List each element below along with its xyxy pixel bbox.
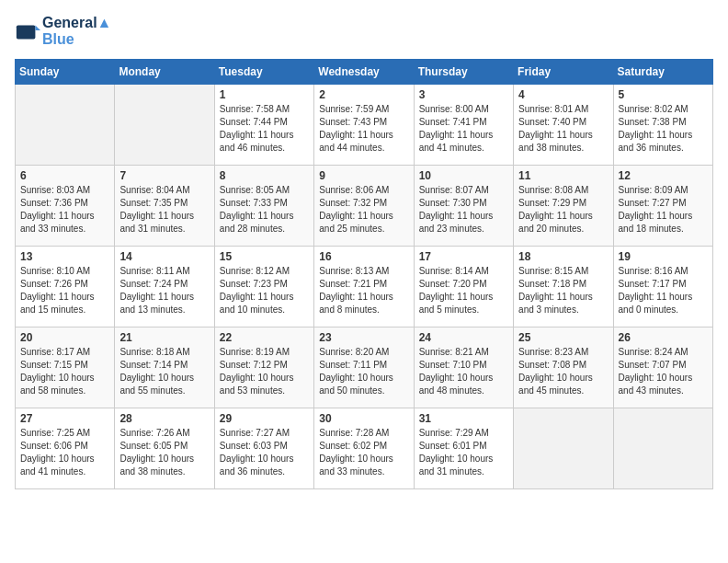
- day-cell: [613, 408, 712, 489]
- header-cell-friday: Friday: [514, 60, 613, 85]
- day-cell: 9Sunrise: 8:06 AM Sunset: 7:32 PM Daylig…: [314, 166, 414, 247]
- logo-line2: Blue: [42, 31, 111, 48]
- day-cell: 7Sunrise: 8:04 AM Sunset: 7:35 PM Daylig…: [115, 166, 214, 247]
- day-info: Sunrise: 8:20 AM Sunset: 7:11 PM Dayligh…: [319, 346, 408, 397]
- day-cell: 17Sunrise: 8:14 AM Sunset: 7:20 PM Dayli…: [414, 247, 513, 327]
- day-number: 28: [119, 412, 209, 425]
- day-number: 16: [319, 250, 408, 263]
- day-number: 11: [518, 169, 608, 182]
- header-cell-tuesday: Tuesday: [214, 60, 313, 85]
- day-info: Sunrise: 8:05 AM Sunset: 7:33 PM Dayligh…: [220, 184, 309, 236]
- week-row-5: 27Sunrise: 7:25 AM Sunset: 6:06 PM Dayli…: [16, 408, 713, 489]
- svg-rect-0: [17, 25, 36, 39]
- day-cell: 19Sunrise: 8:16 AM Sunset: 7:17 PM Dayli…: [613, 247, 712, 327]
- day-info: Sunrise: 7:59 AM Sunset: 7:43 PM Dayligh…: [319, 103, 408, 155]
- day-info: Sunrise: 8:10 AM Sunset: 7:26 PM Dayligh…: [20, 265, 109, 316]
- week-row-1: 1Sunrise: 7:58 AM Sunset: 7:44 PM Daylig…: [16, 85, 713, 166]
- day-cell: 12Sunrise: 8:09 AM Sunset: 7:27 PM Dayli…: [613, 166, 712, 247]
- day-number: 29: [220, 412, 309, 425]
- day-info: Sunrise: 8:14 AM Sunset: 7:20 PM Dayligh…: [419, 265, 508, 316]
- day-info: Sunrise: 8:15 AM Sunset: 7:18 PM Dayligh…: [518, 265, 608, 316]
- day-info: Sunrise: 8:19 AM Sunset: 7:12 PM Dayligh…: [220, 346, 309, 397]
- day-number: 25: [518, 331, 608, 344]
- day-info: Sunrise: 7:26 AM Sunset: 6:05 PM Dayligh…: [119, 427, 209, 478]
- day-info: Sunrise: 8:01 AM Sunset: 7:40 PM Dayligh…: [518, 103, 608, 155]
- day-number: 5: [619, 88, 708, 101]
- day-info: Sunrise: 8:09 AM Sunset: 7:27 PM Dayligh…: [619, 184, 708, 236]
- day-number: 19: [619, 250, 708, 263]
- day-info: Sunrise: 8:07 AM Sunset: 7:30 PM Dayligh…: [419, 184, 508, 236]
- day-cell: 3Sunrise: 8:00 AM Sunset: 7:41 PM Daylig…: [414, 85, 513, 166]
- day-info: Sunrise: 7:29 AM Sunset: 6:01 PM Dayligh…: [419, 427, 508, 478]
- day-number: 8: [220, 169, 309, 182]
- day-info: Sunrise: 8:17 AM Sunset: 7:15 PM Dayligh…: [20, 346, 109, 397]
- day-number: 9: [319, 169, 408, 182]
- header-cell-wednesday: Wednesday: [314, 60, 414, 85]
- day-info: Sunrise: 8:16 AM Sunset: 7:17 PM Dayligh…: [619, 265, 708, 316]
- day-number: 13: [20, 250, 109, 263]
- day-cell: 5Sunrise: 8:02 AM Sunset: 7:38 PM Daylig…: [613, 85, 712, 166]
- day-info: Sunrise: 8:12 AM Sunset: 7:23 PM Dayligh…: [220, 265, 309, 316]
- header-cell-saturday: Saturday: [613, 60, 712, 85]
- day-cell: [115, 85, 214, 166]
- day-number: 31: [419, 412, 508, 425]
- day-number: 24: [419, 331, 508, 344]
- day-number: 18: [518, 250, 608, 263]
- day-info: Sunrise: 7:25 AM Sunset: 6:06 PM Dayligh…: [20, 427, 109, 478]
- day-number: 30: [319, 412, 408, 425]
- day-number: 10: [419, 169, 508, 182]
- day-info: Sunrise: 8:24 AM Sunset: 7:07 PM Dayligh…: [619, 346, 708, 397]
- day-cell: 28Sunrise: 7:26 AM Sunset: 6:05 PM Dayli…: [115, 408, 214, 489]
- day-cell: 1Sunrise: 7:58 AM Sunset: 7:44 PM Daylig…: [214, 85, 313, 166]
- day-cell: 29Sunrise: 7:27 AM Sunset: 6:03 PM Dayli…: [214, 408, 313, 489]
- logo: General▲ Blue: [15, 15, 111, 48]
- day-number: 17: [419, 250, 508, 263]
- day-number: 1: [220, 88, 309, 101]
- day-number: 27: [20, 412, 109, 425]
- day-info: Sunrise: 8:00 AM Sunset: 7:41 PM Dayligh…: [419, 103, 508, 155]
- day-info: Sunrise: 8:23 AM Sunset: 7:08 PM Dayligh…: [518, 346, 608, 397]
- day-info: Sunrise: 7:28 AM Sunset: 6:02 PM Dayligh…: [319, 427, 408, 478]
- day-number: 6: [20, 169, 109, 182]
- day-info: Sunrise: 8:06 AM Sunset: 7:32 PM Dayligh…: [319, 184, 408, 236]
- calendar-table: SundayMondayTuesdayWednesdayThursdayFrid…: [15, 59, 713, 489]
- day-number: 4: [518, 88, 608, 101]
- day-info: Sunrise: 8:18 AM Sunset: 7:14 PM Dayligh…: [119, 346, 209, 397]
- header-cell-sunday: Sunday: [16, 60, 115, 85]
- day-cell: 15Sunrise: 8:12 AM Sunset: 7:23 PM Dayli…: [214, 247, 313, 327]
- day-cell: [514, 408, 613, 489]
- logo-icon: [15, 18, 40, 44]
- day-cell: 16Sunrise: 8:13 AM Sunset: 7:21 PM Dayli…: [314, 247, 414, 327]
- day-number: 7: [119, 169, 209, 182]
- day-cell: 26Sunrise: 8:24 AM Sunset: 7:07 PM Dayli…: [613, 327, 712, 408]
- day-cell: 4Sunrise: 8:01 AM Sunset: 7:40 PM Daylig…: [514, 85, 613, 166]
- day-info: Sunrise: 8:02 AM Sunset: 7:38 PM Dayligh…: [619, 103, 708, 155]
- header-cell-monday: Monday: [115, 60, 214, 85]
- day-info: Sunrise: 8:21 AM Sunset: 7:10 PM Dayligh…: [419, 346, 508, 397]
- day-cell: 2Sunrise: 7:59 AM Sunset: 7:43 PM Daylig…: [314, 85, 414, 166]
- day-number: 23: [319, 331, 408, 344]
- day-info: Sunrise: 8:04 AM Sunset: 7:35 PM Dayligh…: [119, 184, 209, 236]
- day-number: 26: [619, 331, 708, 344]
- day-info: Sunrise: 8:03 AM Sunset: 7:36 PM Dayligh…: [20, 184, 109, 236]
- day-cell: 23Sunrise: 8:20 AM Sunset: 7:11 PM Dayli…: [314, 327, 414, 408]
- day-cell: 13Sunrise: 8:10 AM Sunset: 7:26 PM Dayli…: [16, 247, 115, 327]
- day-number: 20: [20, 331, 109, 344]
- day-number: 21: [119, 331, 209, 344]
- day-cell: 18Sunrise: 8:15 AM Sunset: 7:18 PM Dayli…: [514, 247, 613, 327]
- day-number: 15: [220, 250, 309, 263]
- day-info: Sunrise: 8:13 AM Sunset: 7:21 PM Dayligh…: [319, 265, 408, 316]
- day-info: Sunrise: 7:58 AM Sunset: 7:44 PM Dayligh…: [220, 103, 309, 155]
- svg-marker-1: [35, 25, 40, 30]
- day-cell: 8Sunrise: 8:05 AM Sunset: 7:33 PM Daylig…: [214, 166, 313, 247]
- day-number: 14: [119, 250, 209, 263]
- logo-line1: General▲: [42, 15, 111, 31]
- day-cell: 21Sunrise: 8:18 AM Sunset: 7:14 PM Dayli…: [115, 327, 214, 408]
- day-number: 22: [220, 331, 309, 344]
- day-cell: 22Sunrise: 8:19 AM Sunset: 7:12 PM Dayli…: [214, 327, 313, 408]
- day-info: Sunrise: 7:27 AM Sunset: 6:03 PM Dayligh…: [220, 427, 309, 478]
- day-number: 2: [319, 88, 408, 101]
- week-row-3: 13Sunrise: 8:10 AM Sunset: 7:26 PM Dayli…: [16, 247, 713, 327]
- day-cell: 20Sunrise: 8:17 AM Sunset: 7:15 PM Dayli…: [16, 327, 115, 408]
- day-number: 3: [419, 88, 508, 101]
